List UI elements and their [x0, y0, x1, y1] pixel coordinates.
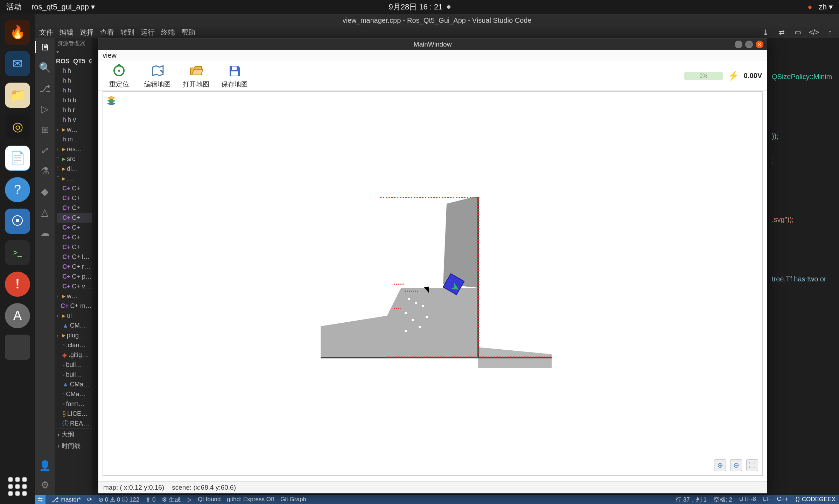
- indent[interactable]: 空格: 2: [714, 496, 732, 504]
- maximize-button[interactable]: □: [745, 41, 753, 48]
- dock-writer[interactable]: 📄: [5, 146, 30, 171]
- open-map-button[interactable]: 打开地图: [180, 63, 212, 89]
- activity-account-icon[interactable]: 👤: [39, 460, 51, 471]
- clock[interactable]: 9月28日 16 : 21: [389, 2, 442, 12]
- input-language[interactable]: zh ▾: [819, 2, 833, 12]
- problems[interactable]: ⊘ 0 ⚠ 0 ⓘ 122: [98, 496, 139, 504]
- tree-item[interactable]: ▫ buil…: [57, 360, 92, 370]
- show-apps-button[interactable]: [8, 477, 27, 496]
- tree-item[interactable]: C+ C+ r…: [57, 262, 92, 272]
- tree-item[interactable]: ˅▸ …: [57, 174, 92, 183]
- dock-vscode[interactable]: ⦿: [5, 209, 30, 234]
- language-mode[interactable]: C++: [777, 496, 788, 504]
- tree-item[interactable]: C+ C+: [57, 183, 92, 193]
- outline-section[interactable]: ›大纲: [55, 428, 92, 440]
- tree-item[interactable]: ›▸ plug…: [57, 330, 92, 340]
- tree-item[interactable]: ˅▸ di…: [57, 164, 92, 174]
- dock-updater[interactable]: A: [5, 303, 30, 328]
- tree-item[interactable]: ▫ .clan…: [57, 340, 92, 350]
- activity-remote-icon[interactable]: ⤢: [41, 145, 49, 156]
- tree-item[interactable]: ▫ buil…: [57, 370, 92, 379]
- focused-app-menu[interactable]: ros_qt5_gui_app ▾: [32, 2, 95, 12]
- activity-cloud-icon[interactable]: ☁: [40, 227, 50, 239]
- qt-found[interactable]: Qt found: [198, 496, 221, 503]
- layers-icon[interactable]: [106, 95, 116, 105]
- tree-item[interactable]: ›▸ ui: [57, 311, 92, 321]
- more-icon[interactable]: ↑: [825, 28, 835, 36]
- tree-item[interactable]: C+ C+: [57, 193, 92, 203]
- dock-thunderbird[interactable]: ✉: [5, 51, 30, 76]
- tree-item[interactable]: C+ C+: [57, 213, 92, 223]
- menu-run[interactable]: 运行: [141, 28, 155, 37]
- dock-crash[interactable]: !: [5, 272, 30, 297]
- zoom-in-button[interactable]: ⊕: [714, 459, 726, 471]
- menu-view[interactable]: view: [103, 51, 117, 59]
- dock-rhythmbox[interactable]: ◎: [5, 114, 30, 139]
- split-icon[interactable]: ▭: [793, 28, 803, 36]
- activity-cmake-icon[interactable]: △: [41, 206, 49, 218]
- save-map-button[interactable]: 保存地图: [219, 63, 250, 89]
- tree-item[interactable]: h m…: [57, 134, 92, 144]
- gitgraph[interactable]: Git Graph: [280, 496, 306, 503]
- minimize-button[interactable]: —: [735, 41, 742, 48]
- tree-item[interactable]: h h: [57, 85, 92, 95]
- tree-item[interactable]: h h: [57, 66, 92, 76]
- workspace-root[interactable]: ˅ ROS_QT5_G…: [55, 49, 92, 66]
- activity-run-icon[interactable]: ▷: [41, 103, 49, 115]
- tree-item[interactable]: h h b: [57, 95, 92, 105]
- dock-help[interactable]: ?: [5, 177, 30, 202]
- menu-view[interactable]: 查看: [100, 28, 114, 37]
- tree-item[interactable]: ˅▸ src: [57, 154, 92, 164]
- menu-terminal[interactable]: 终端: [161, 28, 175, 37]
- tree-item[interactable]: ▫ CMa…: [57, 389, 92, 399]
- githd[interactable]: githd: Express Off: [227, 496, 274, 503]
- tree-item[interactable]: ▫ form…: [57, 399, 92, 409]
- activity-test-icon[interactable]: ⚗: [41, 165, 49, 177]
- codegeex[interactable]: ⟨⟩ CODEGEEX: [795, 496, 835, 504]
- activity-explorer-icon[interactable]: 🗎: [35, 41, 55, 53]
- tree-item[interactable]: C+ C+ m…: [57, 301, 92, 311]
- dock-firefox[interactable]: 🔥: [5, 20, 30, 45]
- tree-item[interactable]: C+ C+: [57, 223, 92, 232]
- cursor-pos[interactable]: 行 37，列 1: [676, 496, 707, 504]
- eol[interactable]: LF: [763, 496, 770, 504]
- tree-item[interactable]: ▲ CM…: [57, 321, 92, 330]
- activity-extensions-icon[interactable]: ⊞: [41, 124, 49, 135]
- download-icon[interactable]: ⤓: [761, 28, 770, 36]
- menu-edit[interactable]: 编辑: [60, 28, 74, 37]
- fit-button[interactable]: ⛶: [746, 459, 758, 471]
- tree-item[interactable]: ›▸ res…: [57, 144, 92, 154]
- tree-item[interactable]: ›▸ w…: [57, 125, 92, 134]
- zoom-out-button[interactable]: ⊖: [730, 459, 742, 471]
- tree-item[interactable]: ◈ .gitig…: [57, 350, 92, 360]
- activity-docker-icon[interactable]: ◆: [41, 186, 49, 197]
- relocate-button[interactable]: 重定位: [103, 63, 135, 89]
- dock-files[interactable]: 📁: [5, 83, 30, 108]
- edit-map-button[interactable]: 编辑地图: [142, 63, 173, 89]
- activity-scm-icon[interactable]: ⎇: [39, 83, 50, 94]
- tree-item[interactable]: C+ C+ v…: [57, 281, 92, 291]
- activity-settings-icon[interactable]: ⚙: [41, 479, 49, 491]
- run-icon[interactable]: ▷: [187, 496, 191, 503]
- tree-item[interactable]: § LICE…: [57, 409, 92, 419]
- git-branch[interactable]: ⎇ master*: [52, 496, 81, 503]
- tree-item[interactable]: C+ C+: [57, 242, 92, 252]
- remote-indicator[interactable]: ⇋: [35, 495, 46, 504]
- tree-item[interactable]: C+ C+ l…: [57, 252, 92, 262]
- dock-terminal[interactable]: >_: [5, 240, 30, 265]
- tree-item[interactable]: C+ C+: [57, 203, 92, 213]
- build-label[interactable]: ⚙ 生成: [162, 496, 181, 504]
- menu-file[interactable]: 文件: [39, 28, 53, 37]
- menu-help[interactable]: 帮助: [181, 28, 195, 37]
- close-button[interactable]: ✕: [756, 41, 763, 48]
- menu-selection[interactable]: 选择: [80, 28, 94, 37]
- tree-item[interactable]: ▲ CMa…: [57, 379, 92, 389]
- tree-item[interactable]: ⓘ REA…: [57, 419, 92, 428]
- tree-item[interactable]: ›▸ w…: [57, 291, 92, 301]
- menu-go[interactable]: 转到: [120, 28, 134, 37]
- code-icon[interactable]: </>: [809, 28, 819, 36]
- tree-item[interactable]: h h r: [57, 105, 92, 115]
- ports[interactable]: ⇪ 0: [146, 496, 155, 503]
- activities-button[interactable]: 活动: [6, 2, 22, 12]
- compare-icon[interactable]: ⇄: [777, 28, 786, 36]
